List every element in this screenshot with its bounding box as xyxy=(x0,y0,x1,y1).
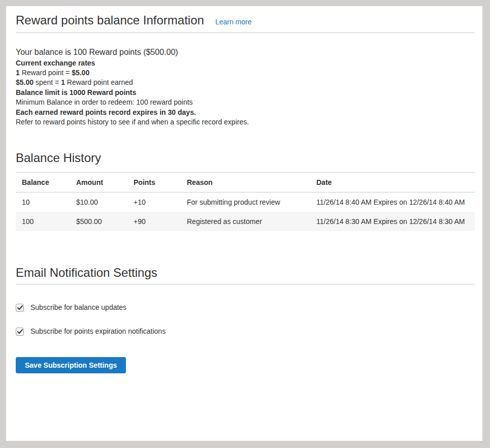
balance-history-table: Balance Amount Points Reason Date 10 $10… xyxy=(16,172,475,231)
checkmark-icon xyxy=(17,329,23,334)
email-settings-heading: Email Notification Settings xyxy=(16,265,475,284)
cell-reason: For submitting product review xyxy=(187,193,316,212)
table-row: 100 $500.00 +90 Registered as customer 1… xyxy=(16,212,475,231)
rate1-text: Reward point = xyxy=(20,69,72,77)
column-header-date: Date xyxy=(316,173,475,193)
exchange-rates-heading: Current exchange rates xyxy=(16,58,475,68)
cell-date: 11/26/14 8:40 AM Expires on 12/26/14 8:4… xyxy=(316,193,475,212)
cell-amount: $10.00 xyxy=(76,193,134,212)
balance-history-heading: Balance History xyxy=(16,150,475,166)
panel-header: Reward points balance Information Learn … xyxy=(16,13,475,33)
checkmark-icon xyxy=(17,305,23,310)
cell-points: +90 xyxy=(134,212,187,231)
expiration-rule-text: Each earned reward points record expires… xyxy=(16,107,475,117)
save-subscription-settings-button[interactable]: Save Subscription Settings xyxy=(16,357,126,373)
table-header-row: Balance Amount Points Reason Date xyxy=(16,173,475,193)
reward-points-panel: Reward points balance Information Learn … xyxy=(6,6,482,441)
cell-balance: 100 xyxy=(16,212,76,231)
rate1-points: 1 xyxy=(16,69,20,77)
subscribe-expiration-label[interactable]: Subscribe for points expiration notifica… xyxy=(30,327,166,336)
exchange-rate-line-1: 1 Reward point = $5.00 xyxy=(16,68,475,78)
rate2-text: spent = xyxy=(34,78,61,86)
cell-reason: Registered as customer xyxy=(187,212,316,231)
column-header-balance: Balance xyxy=(16,173,76,193)
exchange-rate-line-2: $5.00 spent = 1 Reward point earned xyxy=(16,78,475,87)
page-title: Reward points balance Information xyxy=(16,13,204,28)
subscribe-balance-checkbox[interactable] xyxy=(16,304,24,312)
cell-amount: $500.00 xyxy=(76,212,134,231)
table-row: 10 $10.00 +10 For submitting product rev… xyxy=(16,193,475,212)
rate2-points: 1 xyxy=(61,78,65,86)
expiration-note-text: Refer to reward points history to see if… xyxy=(16,117,475,127)
rate1-value: $5.00 xyxy=(72,69,89,77)
column-header-points: Points xyxy=(134,173,187,193)
minimum-balance-text: Minimum Balance in order to redeem: 100 … xyxy=(16,98,475,107)
rate2-text-2: Reward point earned xyxy=(65,78,133,86)
column-header-reason: Reason xyxy=(187,173,316,193)
column-header-amount: Amount xyxy=(76,173,134,193)
subscribe-balance-option: Subscribe for balance updates xyxy=(16,303,475,312)
cell-points: +10 xyxy=(134,193,187,212)
balance-summary: Your balance is 100 Reward points ($500.… xyxy=(16,47,475,58)
page-background: Reward points balance Information Learn … xyxy=(0,0,490,448)
subscribe-expiration-option: Subscribe for points expiration notifica… xyxy=(16,327,475,336)
cell-date: 11/26/14 8:30 AM Expires on 12/26/14 8:3… xyxy=(316,212,475,231)
subscribe-expiration-checkbox[interactable] xyxy=(16,328,24,336)
cell-balance: 10 xyxy=(16,193,76,212)
learn-more-link[interactable]: Learn more xyxy=(215,18,252,26)
rate2-value: $5.00 xyxy=(16,78,34,86)
subscribe-balance-label[interactable]: Subscribe for balance updates xyxy=(30,303,126,312)
balance-limit-text: Balance limit is 1000 Reward points xyxy=(16,87,475,98)
